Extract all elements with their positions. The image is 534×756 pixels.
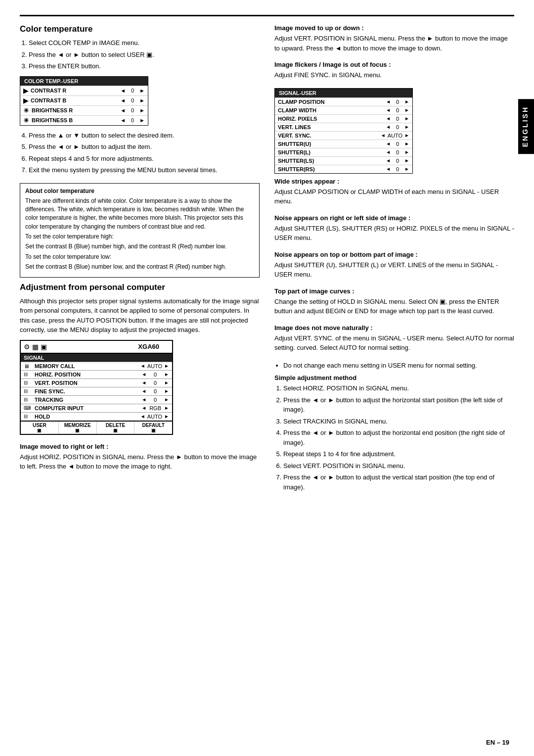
footer-default: DEFAULT▣ (134, 422, 172, 434)
fine-sync-icon: ⊟ (24, 388, 33, 394)
signal-row-memory-call: 🖥 MEMORY CALL ◄ AUTO ► (21, 362, 172, 370)
footer-delete: DELETE▣ (97, 422, 135, 434)
signal-row-tracking: ⊟ TRACKING ◄ 0 ► (21, 395, 172, 404)
table-row: ☀ BRIGHTNESS B ◄ 0 ► (20, 115, 148, 125)
signal-menu-title: XGA60 (138, 343, 159, 350)
arrow-left-icon: ◄ (141, 388, 146, 394)
simple-step-1: Select HORIZ. POSITION in SIGNAL menu. (283, 383, 514, 393)
arrow-right-icon: ► (404, 149, 409, 155)
step-5: Press the ◄ or ► button to adjust the it… (29, 142, 260, 152)
signal-user-row-horiz-pixels: HORIZ. PIXELS ◄ 0 ► (275, 114, 412, 123)
arrow-right-icon: ► (164, 372, 169, 377)
signal-row-horiz-pos: ⊟ HORIZ. POSITION ◄ 0 ► (21, 370, 172, 378)
arrow-left-icon: ◄ (141, 380, 146, 385)
arrow-left-icon: ◄ (386, 124, 391, 130)
arrow-left-icon: ◄ (386, 141, 391, 146)
arrow-left-icon: ◄ (120, 107, 126, 113)
user-icon: ▣ (22, 428, 57, 433)
arrow-left-icon: ◄ (386, 149, 391, 155)
arrow-right-icon: ► (164, 414, 169, 419)
image-moved-ud-section: Image moved to up or down : Adjust VERT.… (274, 24, 514, 53)
wide-stripes-body: Adjust CLAMP POSITION or CLAMP WIDTH of … (274, 187, 514, 206)
page-number: EN – 19 (486, 739, 509, 746)
left-column: Color temperature Select COLOR TEMP in I… (20, 24, 260, 500)
computer-icon: ⌨ (24, 405, 33, 411)
adjustment-section: Adjustment from personal computer Althou… (20, 283, 260, 435)
simple-step-7: Press the ◄ or ► button to adjust the ve… (283, 472, 514, 492)
color-temp-title: Color temperature (20, 24, 260, 34)
signal-menu-table: ⚙ ▦ ▣ XGA60 SIGNAL 🖥 MEMORY CALL ◄ AUTO … (20, 340, 173, 435)
play-icon: ▶ (23, 97, 28, 104)
signal-user-row-clamp-pos: CLAMP POSITION ◄ 0 ► (275, 97, 412, 106)
noise-right-left-section: Noise appears on right or left side of i… (274, 214, 514, 243)
default-icon: ▣ (135, 428, 171, 433)
color-temp-more-steps: Press the ▲ or ▼ button to select the de… (20, 131, 260, 175)
top-part-curves-section: Top part of image curves : Change the se… (274, 287, 514, 316)
signal-user-row-shutter-ls: SHUTTER(LS) ◄ 0 ► (275, 156, 412, 165)
arrow-left-icon: ◄ (381, 133, 386, 138)
top-part-curves-body: Change the setting of HOLD in SIGNAL men… (274, 297, 514, 316)
simple-step-5: Repeat steps 1 to 4 for fine adjustment. (283, 449, 514, 459)
simple-adjustment-title: Simple adjustment method (274, 374, 514, 381)
arrow-left-icon: ◄ (140, 363, 145, 369)
signal-footer: USER▣ MEMORIZE▣ DELETE▣ DEFAULT▣ (21, 421, 172, 434)
menu-icon: ▦ (32, 343, 39, 351)
image-moved-lr-body: Adjust HORIZ. POSITION in SIGNAL menu. P… (20, 452, 260, 472)
step-7: Exit the menu system by pressing the MEN… (29, 165, 260, 175)
memorize-icon: ▣ (60, 428, 95, 433)
signal-user-row-shutter-u: SHUTTER(U) ◄ 0 ► (275, 140, 412, 148)
arrow-right-icon: ► (404, 99, 409, 104)
arrow-left-icon: ◄ (386, 166, 391, 172)
simple-step-3: Select TRACKING in SIGNAL menu. (283, 417, 514, 426)
signal-user-header: SIGNAL-USER (275, 89, 412, 97)
noise-top-bottom-section: Noise appears on top or bottom part of i… (274, 251, 514, 280)
play-icon: ▶ (23, 87, 28, 94)
about-color-temp-box: About color temperature There are differ… (20, 183, 260, 278)
arrow-right-icon: ► (139, 97, 145, 103)
arrow-right-icon: ► (404, 158, 409, 163)
step-4: Press the ▲ or ▼ button to select the de… (29, 131, 260, 141)
arrow-left-icon: ◄ (141, 397, 146, 402)
signal-row-vert-pos: ⊟ VERT. POSITION ◄ 0 ► (21, 378, 172, 387)
step-6: Repeat steps 4 and 5 for more adjustment… (29, 154, 260, 164)
simple-step-4: Press the ◄ or ► button to adjust the ho… (283, 428, 514, 447)
arrow-right-icon: ► (404, 133, 409, 138)
arrow-left-icon: ◄ (386, 99, 391, 104)
arrow-left-icon: ◄ (141, 372, 146, 377)
signal-row-hold: ⊟ HOLD ◄ AUTO ► (21, 412, 172, 421)
sun-icon: ☀ (23, 107, 29, 114)
tracking-icon: ⊟ (24, 397, 33, 402)
right-column: Image moved to up or down : Adjust VERT.… (274, 24, 514, 500)
about-color-temp-p4: To set the color temperature low: (25, 253, 254, 261)
signal-user-row-vert-sync: VERT. SYNC. ◄ AUTO ► (275, 131, 412, 140)
arrow-right-icon: ► (164, 397, 169, 402)
vert-icon: ⊟ (24, 380, 33, 385)
top-part-curves-title: Top part of image curves : (274, 287, 514, 295)
step-2: Press the ◄ or ► button to select USER ▣… (29, 50, 260, 60)
noise-right-left-body: Adjust SHUTTER (LS), SHUTTER (RS) or HOR… (274, 224, 514, 243)
signal-user-row-clamp-width: CLAMP WIDTH ◄ 0 ► (275, 106, 412, 114)
arrow-right-icon: ► (404, 107, 409, 113)
arrow-left-icon: ◄ (120, 117, 126, 123)
signal-user-row-vert-lines: VERT. LINES ◄ 0 ► (275, 123, 412, 131)
settings-icon: ⚙ (24, 343, 30, 351)
image-moved-lr-title: Image moved to right or left : (20, 443, 260, 450)
adjustment-title: Adjustment from personal computer (20, 283, 260, 292)
hold-icon: ⊟ (24, 414, 33, 419)
side-tab: ENGLISH (518, 99, 534, 154)
arrow-right-icon: ► (164, 363, 169, 369)
color-temp-table: COLOR TEMP.-USER ▶ CONTRAST R ◄ 0 ► ▶ CO… (20, 76, 148, 126)
simple-adjustment-section: Simple adjustment method Select HORIZ. P… (274, 374, 514, 492)
image-flickers-body: Adjust FINE SYNC. in SIGNAL menu. (274, 70, 514, 80)
signal-menu-header: ⚙ ▦ ▣ XGA60 (21, 341, 172, 354)
arrow-right-icon: ► (164, 405, 169, 411)
image-moved-lr-section: Image moved to right or left : Adjust HO… (20, 443, 260, 472)
about-color-temp-p5: Set the contrast B (Blue) number low, an… (25, 263, 254, 271)
arrow-right-icon: ► (404, 124, 409, 130)
noise-top-bottom-title: Noise appears on top or bottom part of i… (274, 251, 514, 258)
image-not-move-section: Image does not move naturally : Adjust V… (274, 324, 514, 353)
color-temp-steps: Select COLOR TEMP in IMAGE menu. Press t… (20, 38, 260, 71)
image-moved-ud-title: Image moved to up or down : (274, 24, 514, 32)
display-icon: ▣ (41, 343, 47, 351)
signal-row-fine-sync: ⊟ FINE SYNC. ◄ 0 ► (21, 387, 172, 395)
